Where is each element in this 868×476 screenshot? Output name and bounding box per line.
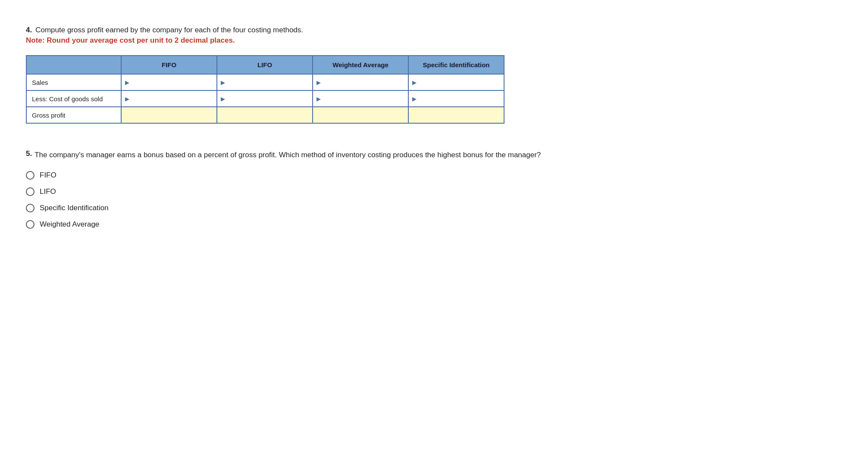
radio-group: FIFO LIFO Specific Identification Weight…: [26, 171, 842, 229]
cogs-fifo-input[interactable]: [131, 95, 213, 103]
sales-weighted-cell[interactable]: ▶: [313, 74, 408, 90]
radio-weighted-item[interactable]: Weighted Average: [26, 220, 842, 229]
question-4-header: 4. Compute gross profit earned by the co…: [26, 26, 842, 45]
question-4-number: 4.: [26, 26, 32, 34]
row-label-cogs: Less: Cost of goods sold: [26, 90, 121, 107]
arrow-icon: ▶: [125, 79, 129, 86]
radio-specific-label: Specific Identification: [40, 204, 109, 212]
sales-fifo-input[interactable]: [131, 79, 213, 86]
question-5-header: 5. The company's manager earns a bonus b…: [26, 149, 842, 161]
question-4-note: Note: Round your average cost per unit t…: [26, 36, 842, 45]
sales-specific-cell[interactable]: ▶: [408, 74, 504, 90]
radio-lifo-label: LIFO: [40, 187, 56, 196]
col-header-label: [26, 56, 121, 74]
cogs-lifo-input[interactable]: [227, 95, 309, 103]
arrow-icon: ▶: [316, 96, 321, 102]
arrow-icon: ▶: [412, 79, 417, 86]
cogs-weighted-input[interactable]: [323, 95, 404, 103]
question-5-number: 5.: [26, 149, 32, 158]
gp-specific-cell[interactable]: [408, 107, 504, 123]
cogs-specific-input[interactable]: [418, 95, 500, 103]
gp-weighted-input[interactable]: [316, 112, 404, 119]
arrow-icon: ▶: [316, 79, 321, 86]
gp-weighted-cell[interactable]: [313, 107, 408, 123]
arrow-icon: ▶: [221, 79, 225, 86]
arrow-icon: ▶: [412, 96, 417, 102]
gp-fifo-input[interactable]: [125, 112, 213, 119]
radio-specific-item[interactable]: Specific Identification: [26, 204, 842, 212]
table-row-cogs: Less: Cost of goods sold ▶ ▶ ▶: [26, 90, 504, 107]
radio-fifo-circle: [26, 171, 34, 180]
radio-lifo-circle: [26, 187, 34, 196]
radio-specific-circle: [26, 204, 34, 212]
row-label-sales: Sales: [26, 74, 121, 90]
arrow-icon: ▶: [125, 96, 129, 102]
radio-fifo-item[interactable]: FIFO: [26, 171, 842, 180]
cogs-specific-cell[interactable]: ▶: [408, 90, 504, 107]
radio-weighted-circle: [26, 220, 34, 229]
cogs-weighted-cell[interactable]: ▶: [313, 90, 408, 107]
gp-fifo-cell[interactable]: [121, 107, 217, 123]
sales-fifo-cell[interactable]: ▶: [121, 74, 217, 90]
gp-specific-input[interactable]: [412, 112, 500, 119]
table-row-sales: Sales ▶ ▶ ▶: [26, 74, 504, 90]
col-header-lifo: LIFO: [217, 56, 313, 74]
col-header-weighted-average: Weighted Average: [313, 56, 408, 74]
col-header-fifo: FIFO: [121, 56, 217, 74]
sales-lifo-cell[interactable]: ▶: [217, 74, 313, 90]
row-label-gross-profit: Gross profit: [26, 107, 121, 123]
question-5-text: The company's manager earns a bonus base…: [34, 149, 541, 161]
cogs-lifo-cell[interactable]: ▶: [217, 90, 313, 107]
gross-profit-table: FIFO LIFO Weighted Average Specific Iden…: [26, 55, 505, 124]
sales-specific-input[interactable]: [418, 79, 500, 86]
radio-lifo-item[interactable]: LIFO: [26, 187, 842, 196]
arrow-icon: ▶: [221, 96, 225, 102]
table-row-gross-profit: Gross profit: [26, 107, 504, 123]
gp-lifo-input[interactable]: [221, 112, 309, 119]
question-5-block: 5. The company's manager earns a bonus b…: [26, 149, 842, 229]
radio-fifo-label: FIFO: [40, 171, 56, 180]
question-4-block: 4. Compute gross profit earned by the co…: [26, 26, 842, 124]
col-header-specific-identification: Specific Identification: [408, 56, 504, 74]
sales-weighted-input[interactable]: [323, 79, 404, 86]
cogs-fifo-cell[interactable]: ▶: [121, 90, 217, 107]
radio-weighted-label: Weighted Average: [40, 220, 99, 229]
gp-lifo-cell[interactable]: [217, 107, 313, 123]
sales-lifo-input[interactable]: [227, 79, 309, 86]
question-4-text: Compute gross profit earned by the compa…: [35, 26, 303, 34]
